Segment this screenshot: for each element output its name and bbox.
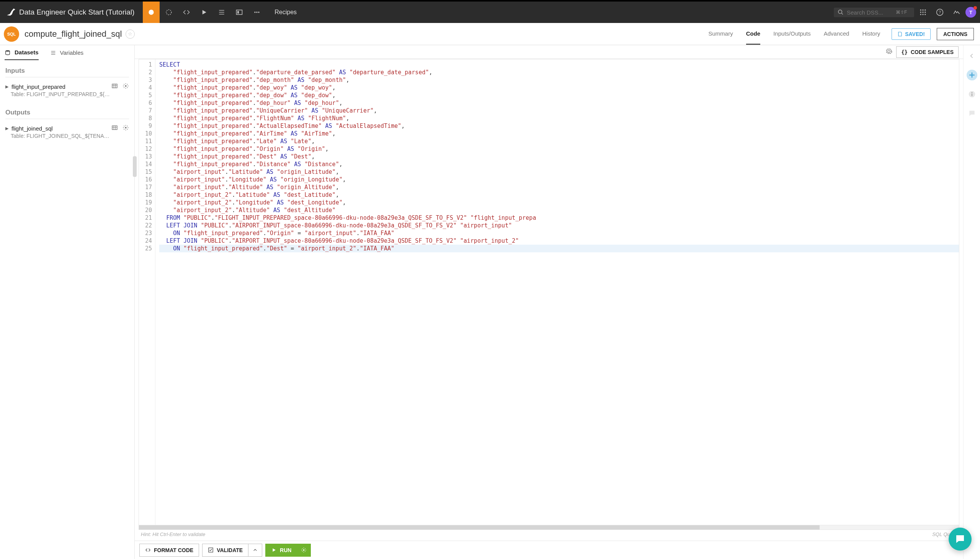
code-line[interactable]: "flight_input_prepared"."dep_month" AS "… — [159, 76, 959, 84]
nav-flow-icon[interactable] — [143, 2, 160, 23]
apps-grid-icon[interactable] — [916, 6, 929, 19]
code-line[interactable]: "flight_input_prepared"."Late" AS "Late"… — [159, 137, 959, 145]
search-input[interactable] — [847, 9, 893, 16]
tab-advanced[interactable]: Advanced — [824, 23, 849, 45]
validate-dropdown[interactable] — [248, 544, 262, 557]
run-settings-button[interactable] — [297, 544, 311, 557]
nav-code-icon[interactable] — [178, 2, 195, 23]
run-label: RUN — [280, 547, 291, 553]
recipe-type-chip: SQL — [4, 26, 19, 42]
code-line[interactable]: "flight_input_prepared"."dep_hour" AS "d… — [159, 99, 959, 107]
code-editor[interactable]: 1234567891011121314151617181920212223242… — [139, 59, 959, 525]
svg-point-22 — [125, 127, 126, 128]
favorite-icon[interactable]: ☆ — [126, 30, 135, 39]
tab-code[interactable]: Code — [746, 23, 761, 45]
nav-play-icon[interactable] — [196, 2, 212, 23]
code-line[interactable]: FROM "PUBLIC"."FLIGHT_INPUT_PREPARED_spa… — [159, 214, 959, 222]
editor-column: {} CODE SAMPLES 123456789101112131415161… — [135, 45, 963, 559]
code-line[interactable]: LEFT JOIN "PUBLIC"."AIRPORT_INPUT_space-… — [159, 222, 959, 229]
dataset-table-path: Table: FLIGHT_JOINED_SQL_${TENA… — [0, 133, 134, 144]
code-line[interactable]: "airport_input_2"."Longitude" AS "dest_L… — [159, 199, 959, 207]
nav-more-icon[interactable] — [248, 2, 265, 23]
braces-icon: {} — [901, 49, 908, 55]
code-line[interactable]: "flight_input_prepared"."dep_dow" AS "de… — [159, 91, 959, 99]
svg-point-11 — [922, 12, 923, 13]
code-line[interactable]: ON "flight_input_prepared"."Origin" = "a… — [159, 229, 959, 237]
code-samples-label: CODE SAMPLES — [911, 49, 954, 55]
recipe-header: SQL compute_flight_joined_sql ☆ SummaryC… — [0, 23, 980, 45]
database-icon — [5, 50, 11, 56]
project-title[interactable]: Data Engineer Quick Start (Tutorial) — [19, 8, 142, 17]
svg-point-15 — [924, 14, 925, 15]
gear-icon[interactable] — [122, 124, 129, 132]
recipe-name[interactable]: compute_flight_joined_sql — [25, 29, 122, 39]
svg-point-27 — [971, 92, 972, 93]
code-line[interactable]: "airport_input"."Longitude" AS "origin_L… — [159, 176, 959, 184]
code-line[interactable]: "airport_input_2"."Altitude" AS "dest_Al… — [159, 207, 959, 214]
check-icon — [208, 547, 213, 553]
activity-icon[interactable] — [950, 6, 963, 19]
table-icon[interactable] — [111, 124, 118, 132]
tab-inputs-outputs[interactable]: Inputs/Outputs — [773, 23, 811, 45]
hint-text: Hint: Hit Ctrl-Enter to validate — [141, 531, 205, 539]
collapse-icon[interactable] — [967, 51, 977, 61]
svg-point-6 — [258, 12, 259, 13]
comment-icon[interactable] — [967, 108, 977, 119]
code-line[interactable]: "airport_input"."Altitude" AS "origin_Al… — [159, 184, 959, 191]
tab-summary[interactable]: Summary — [709, 23, 733, 45]
nav-panel-icon[interactable] — [231, 2, 248, 23]
code-line[interactable]: "flight_input_prepared"."ActualElapsedTi… — [159, 122, 959, 130]
play-icon — [271, 547, 277, 553]
svg-point-18 — [6, 50, 10, 52]
code-icon — [145, 547, 151, 553]
resize-handle[interactable] — [133, 156, 137, 177]
chat-icon — [954, 533, 966, 545]
code-line[interactable]: SELECT — [159, 61, 959, 69]
code-line[interactable]: "flight_input_prepared"."Dest" AS "Dest"… — [159, 153, 959, 160]
help-icon[interactable]: ? — [933, 6, 946, 19]
svg-point-4 — [255, 12, 256, 13]
code-content[interactable]: SELECT "flight_input_prepared"."departur… — [155, 60, 959, 525]
run-button[interactable]: RUN — [265, 544, 297, 557]
code-line[interactable]: "flight_input_prepared"."UniqueCarrier" … — [159, 107, 959, 114]
code-line[interactable]: "flight_input_prepared"."Distance" AS "D… — [159, 160, 959, 168]
actions-button[interactable]: ACTIONS — [937, 28, 974, 40]
input-dataset-row[interactable]: ▶flight_input_prepared — [0, 81, 134, 91]
code-line[interactable]: "flight_input_prepared"."Origin" AS "Ori… — [159, 145, 959, 153]
svg-point-5 — [256, 12, 258, 13]
search-box[interactable]: ⌘⇧F — [834, 8, 914, 17]
code-line[interactable]: LEFT JOIN "PUBLIC"."AIRPORT_INPUT_space-… — [159, 237, 959, 245]
sidebar-tab-datasets[interactable]: Datasets — [5, 49, 39, 60]
code-line[interactable]: ON "flight_input_prepared"."Dest" = "air… — [159, 245, 959, 252]
output-dataset-row[interactable]: ▶flight_joined_sql — [0, 123, 134, 133]
top-tab-recipes[interactable]: Recipes — [266, 9, 305, 16]
horizontal-scrollbar[interactable] — [139, 525, 959, 530]
validate-button[interactable]: VALIDATE — [202, 544, 248, 557]
chat-widget[interactable] — [949, 528, 972, 551]
svg-point-12 — [924, 12, 925, 13]
code-samples-button[interactable]: {} CODE SAMPLES — [896, 46, 959, 58]
svg-point-1 — [167, 10, 172, 15]
svg-point-24 — [303, 549, 305, 551]
code-line[interactable]: "flight_input_prepared"."dep_woy" AS "de… — [159, 84, 959, 91]
code-line[interactable]: "flight_input_prepared"."FlightNum" AS "… — [159, 114, 959, 122]
editor-settings-icon[interactable] — [886, 48, 892, 56]
table-icon[interactable] — [111, 83, 118, 90]
gear-icon[interactable] — [122, 83, 129, 90]
add-panel-icon[interactable] — [967, 70, 977, 80]
info-icon[interactable] — [967, 89, 977, 99]
tab-history[interactable]: History — [862, 23, 880, 45]
code-line[interactable]: "airport_input"."Latitude" AS "origin_La… — [159, 168, 959, 176]
code-line[interactable]: "airport_input_2"."Latitude" AS "dest_La… — [159, 191, 959, 199]
logo-bird-icon[interactable] — [4, 7, 18, 18]
gear-icon — [301, 547, 307, 553]
nav-circle-icon[interactable] — [160, 2, 177, 23]
code-line[interactable]: "flight_input_prepared"."AirTime" AS "Ai… — [159, 130, 959, 137]
format-code-button[interactable]: FORMAT CODE — [139, 544, 199, 557]
sidebar-tab-variables[interactable]: Variables — [50, 49, 83, 60]
svg-point-14 — [922, 14, 923, 15]
outputs-section-title: Outputs — [0, 102, 134, 119]
nav-stack-icon[interactable] — [213, 2, 230, 23]
code-line[interactable]: "flight_input_prepared"."departure_date_… — [159, 69, 959, 76]
user-avatar[interactable]: T — [965, 7, 976, 18]
